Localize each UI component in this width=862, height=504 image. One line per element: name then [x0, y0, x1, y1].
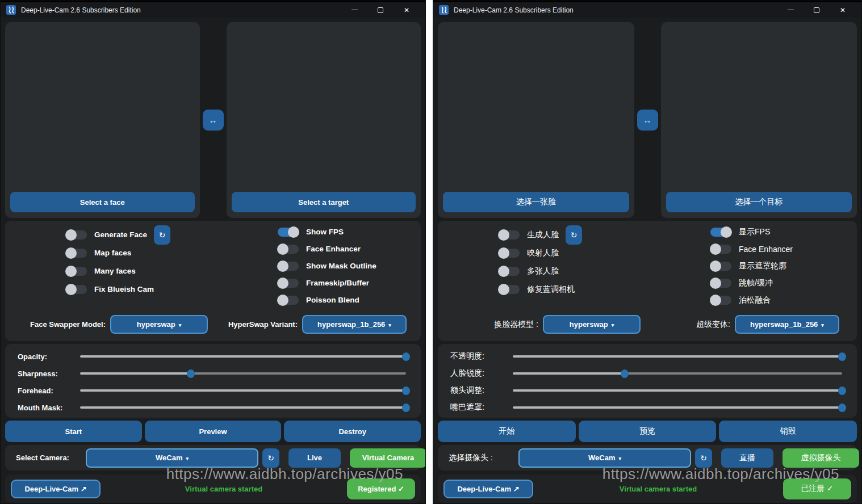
swap-faces-button[interactable]: ↔ [203, 110, 224, 131]
show-mask-outline-label: 显示遮罩轮廓 [739, 261, 786, 271]
generate-face-toggle[interactable] [66, 230, 87, 240]
toggle-knob [65, 284, 77, 295]
forehead-label: 额头调整: [450, 385, 513, 396]
toggle-knob [288, 226, 299, 238]
toggle-knob [277, 261, 288, 272]
mouth-mask-slider[interactable] [80, 403, 406, 412]
slider-handle[interactable] [402, 387, 410, 395]
slider-handle[interactable] [838, 404, 846, 412]
window-controls: ✕ [777, 3, 856, 18]
live-button[interactable]: Live [288, 448, 341, 468]
many-faces-toggle[interactable] [499, 267, 520, 276]
hyperswap-variant-select[interactable]: hyperswap_1b_256 ▾ [735, 315, 839, 334]
poisson-blend-toggle[interactable] [278, 296, 299, 305]
fix-blueish-cam-label: 修复蓝调相机 [527, 284, 575, 295]
forehead-slider[interactable] [513, 386, 842, 395]
camera-select-value: WeCam [588, 453, 615, 462]
show-fps-toggle[interactable] [710, 228, 731, 237]
minimize-button[interactable] [777, 3, 804, 18]
actions-row: Start Preview Destroy [5, 421, 421, 442]
frameskip-buffer-toggle[interactable] [710, 279, 731, 288]
poisson-blend-toggle[interactable] [710, 296, 731, 305]
deep-live-cam-link-button[interactable]: Deep-Live-Cam ↗ [443, 480, 533, 498]
select-face-button[interactable]: Select a face [10, 192, 195, 212]
preview-button[interactable]: Preview [145, 421, 282, 442]
toggles-right-column: 显示FPS Face Enhancer 显示遮罩轮廓 跳帧/缓冲 泊松融合 [710, 225, 793, 306]
swap-faces-button[interactable]: ↔ [637, 110, 658, 131]
sharpness-slider[interactable] [80, 369, 406, 378]
hyperswap-variant-label: 超级变体: [641, 320, 730, 330]
toggle-knob [498, 229, 509, 241]
live-button[interactable]: 直播 [721, 448, 773, 468]
camera-select[interactable]: WeCam ▾ [86, 448, 258, 468]
face-enhancer-toggle[interactable] [710, 245, 731, 254]
face-swapper-model-select[interactable]: hyperswap ▾ [543, 315, 641, 334]
forehead-slider[interactable] [80, 386, 406, 395]
slider-handle[interactable] [621, 369, 629, 378]
refresh-cameras-button[interactable]: ↻ [695, 448, 712, 468]
footer-row: Deep-Live-Cam ↗ Virtual camera started 已… [438, 474, 857, 503]
generate-face-toggle[interactable] [499, 230, 520, 240]
fix-blueish-cam-toggle[interactable] [66, 285, 87, 294]
frameskip-buffer-toggle[interactable] [278, 279, 299, 288]
map-faces-toggle[interactable] [66, 249, 87, 258]
preview-button[interactable]: 预览 [579, 421, 717, 442]
select-face-button[interactable]: 选择一张脸 [443, 192, 629, 212]
slider-handle[interactable] [838, 352, 846, 361]
many-faces-toggle[interactable] [66, 267, 87, 276]
app-window-chinese: Deep-Live-Cam 2.6 Subscribers Edition ✕ … [433, 0, 862, 504]
refresh-generate-face-button[interactable]: ↻ [566, 225, 582, 245]
slider-handle[interactable] [187, 369, 195, 378]
fix-blueish-cam-toggle[interactable] [499, 285, 520, 294]
toggles-left-column: Generate Face ↻ Map faces Many faces Fix… [66, 228, 170, 296]
hyperswap-variant-select[interactable]: hyperswap_1b_256 ▾ [302, 315, 407, 334]
refresh-cameras-button[interactable]: ↻ [262, 448, 279, 468]
show-fps-toggle[interactable] [278, 228, 299, 237]
virtual-camera-button[interactable]: Virtual Camera [350, 448, 426, 468]
maximize-button[interactable] [804, 3, 830, 18]
toggle-row: 修复蓝调相机 [499, 283, 582, 296]
window-title: Deep-Live-Cam 2.6 Subscribers Edition [454, 6, 574, 14]
face-swapper-model-select[interactable]: hyperswap ▾ [110, 315, 208, 334]
face-preview-panel: Select a face [5, 22, 200, 218]
options-section: Generate Face ↻ Map faces Many faces Fix… [5, 221, 421, 341]
face-enhancer-toggle[interactable] [278, 245, 299, 254]
sliders-section: 不透明度: 人脸锐度: 额头调整: 嘴巴遮罩: [438, 344, 857, 418]
minimize-button[interactable] [341, 3, 367, 18]
face-swapper-model-value: hyperswap [570, 320, 608, 329]
slider-handle[interactable] [402, 404, 410, 412]
camera-select[interactable]: WeCam ▾ [518, 448, 691, 468]
select-target-button[interactable]: 选择一个目标 [666, 192, 852, 212]
toggle-row: Show Mask Outline [278, 259, 376, 272]
destroy-button[interactable]: 销毁 [719, 421, 857, 442]
swap-arrows-icon: ↔ [209, 115, 217, 125]
sharpness-slider[interactable] [513, 369, 842, 378]
toggle-knob [277, 243, 288, 255]
virtual-camera-button[interactable]: 虚拟摄像头 [783, 448, 859, 468]
refresh-generate-face-button[interactable]: ↻ [154, 225, 170, 245]
destroy-button[interactable]: Destroy [284, 421, 421, 442]
opacity-label: Opacity: [18, 352, 80, 361]
toggle-row: Face Enhancer [278, 242, 376, 255]
start-button[interactable]: Start [5, 421, 142, 442]
start-button[interactable]: 开始 [438, 421, 576, 442]
slider-handle[interactable] [838, 387, 846, 395]
mouth-mask-slider[interactable] [513, 403, 842, 412]
virtual-camera-status: Virtual camera started [185, 485, 262, 493]
window-controls: ✕ [341, 3, 420, 18]
show-mask-outline-label: Show Mask Outline [306, 262, 376, 270]
map-faces-toggle[interactable] [499, 249, 520, 258]
select-target-button[interactable]: Select a target [232, 192, 416, 212]
opacity-slider[interactable] [80, 352, 406, 361]
registered-badge: 已注册 ✓ [783, 478, 851, 499]
slider-handle[interactable] [402, 352, 410, 361]
close-button[interactable]: ✕ [394, 3, 420, 18]
opacity-slider[interactable] [513, 352, 842, 361]
close-button[interactable]: ✕ [830, 3, 856, 18]
hyperswap-variant-label: HyperSwap Variant: [208, 320, 298, 329]
deep-live-cam-link-button[interactable]: Deep-Live-Cam ↗ [11, 480, 101, 498]
show-mask-outline-toggle[interactable] [710, 262, 731, 271]
show-mask-outline-toggle[interactable] [278, 262, 299, 271]
maximize-button[interactable] [367, 3, 394, 18]
titlebar: Deep-Live-Cam 2.6 Subscribers Edition ✕ [1, 1, 425, 18]
